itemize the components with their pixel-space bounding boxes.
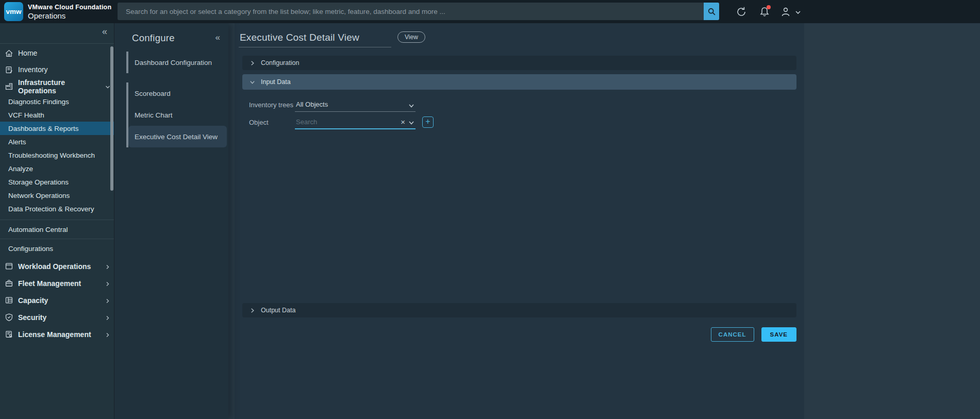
sidebar-item-inventory[interactable]: Inventory — [0, 61, 114, 78]
configure-group: Dashboard Configuration — [126, 52, 227, 73]
chevron-down-icon — [408, 102, 414, 108]
global-search — [118, 3, 719, 20]
sidebar-item-label: Data Protection & Recovery — [8, 205, 94, 213]
user-menu-chevron-down-icon[interactable] — [794, 9, 802, 16]
configure-group: Scoreboard Metric Chart Executive Cost D… — [126, 82, 227, 147]
inventory-trees-label: Inventory trees — [249, 101, 295, 109]
save-button[interactable]: SAVE — [761, 327, 796, 342]
sidebar-item-home[interactable]: Home — [0, 45, 114, 61]
sidebar-item-vcf-health[interactable]: VCF Health — [0, 108, 114, 122]
configure-item-metric-chart[interactable]: Metric Chart — [128, 104, 227, 126]
user-icon[interactable] — [780, 6, 791, 18]
sidebar-item-label: Alerts — [8, 138, 26, 146]
configure-item-label: Dashboard Configuration — [135, 59, 212, 66]
accordion-configuration[interactable]: Configuration — [242, 56, 796, 70]
sidebar-item-security[interactable]: Security — [0, 309, 114, 326]
sidebar-collapse-icon[interactable]: « — [102, 27, 107, 36]
dashboard-title-field[interactable]: Executive Cost Detail View — [239, 30, 391, 47]
sidebar-item-label: VCF Health — [8, 111, 44, 119]
sidebar-item-label: Diagnostic Findings — [8, 98, 69, 106]
sidebar-item-diagnostic-findings[interactable]: Diagnostic Findings — [0, 95, 114, 108]
clear-icon[interactable]: × — [401, 118, 405, 126]
sidebar-scrollbar[interactable] — [110, 46, 113, 191]
chevron-down-icon — [250, 79, 255, 85]
inventory-trees-value: All Objects — [295, 100, 328, 108]
sidebar-item-license-management[interactable]: License Management — [0, 326, 114, 343]
product-line1: VMware Cloud Foundation — [28, 4, 111, 11]
sidebar-item-label: Infrastructure Operations — [18, 78, 100, 95]
sidebar-item-label: License Management — [18, 330, 91, 339]
sidebar-item-analyze[interactable]: Analyze — [0, 162, 114, 175]
capacity-icon — [5, 296, 13, 305]
sidebar-item-configurations[interactable]: Configurations — [0, 239, 114, 258]
sidebar-item-automation-central[interactable]: Automation Central — [0, 220, 114, 239]
chevron-right-icon — [105, 331, 111, 338]
add-object-button[interactable]: + — [422, 116, 434, 128]
sidebar-item-label: Network Operations — [8, 192, 70, 199]
configure-item-label: Metric Chart — [135, 111, 173, 119]
sidebar-item-label: Analyze — [8, 165, 33, 173]
accordion-label: Output Data — [261, 307, 295, 314]
sidebar-item-label: Storage Operations — [8, 178, 69, 186]
title-row: Executive Cost Detail View View — [239, 30, 425, 52]
product-name: VMware Cloud Foundation Operations — [28, 4, 111, 20]
sidebar-item-label: Inventory — [18, 65, 48, 74]
configure-item-label: Scoreboard — [135, 90, 171, 97]
sidebar: « Home Inventory — [0, 23, 114, 419]
inventory-icon — [5, 65, 13, 74]
object-search-input[interactable] — [295, 118, 416, 126]
search-icon — [707, 7, 716, 16]
sidebar-item-workload-operations[interactable]: Workload Operations — [0, 258, 114, 275]
sidebar-item-label: Security — [18, 313, 46, 322]
sidebar-item-network-operations[interactable]: Network Operations — [0, 189, 114, 202]
license-icon — [5, 330, 13, 339]
view-button[interactable]: View — [397, 31, 425, 43]
accordion-input-data[interactable]: Input Data — [242, 74, 796, 90]
notification-dot — [767, 5, 771, 9]
configure-item-executive-cost-detail-view[interactable]: Executive Cost Detail View — [128, 126, 227, 147]
sidebar-item-label: Workload Operations — [18, 262, 91, 271]
home-icon — [5, 49, 13, 58]
object-row: Object × + — [249, 115, 434, 129]
sidebar-item-label: Fleet Management — [18, 279, 81, 288]
sidebar-item-alerts[interactable]: Alerts — [0, 135, 114, 148]
accordion-output-data[interactable]: Output Data — [242, 303, 796, 317]
product-line2: Operations — [28, 11, 111, 20]
configure-item-scoreboard[interactable]: Scoreboard — [128, 82, 227, 104]
configure-panel: Configure « Dashboard Configuration Scor… — [114, 23, 228, 419]
configure-panel-title: Configure — [132, 32, 175, 44]
sidebar-item-data-protection-recovery[interactable]: Data Protection & Recovery — [0, 202, 114, 215]
search-input[interactable] — [118, 3, 704, 20]
infrastructure-icon — [5, 82, 13, 91]
chevron-right-icon — [105, 280, 111, 287]
sidebar-item-label: Capacity — [18, 296, 48, 305]
sidebar-item-storage-operations[interactable]: Storage Operations — [0, 175, 114, 189]
sidebar-item-capacity[interactable]: Capacity — [0, 292, 114, 309]
chevron-right-icon — [105, 263, 111, 270]
sidebar-item-label: Configurations — [8, 245, 53, 253]
refresh-icon[interactable] — [736, 6, 747, 18]
chevron-right-icon — [105, 297, 111, 304]
sidebar-item-troubleshooting-workbench[interactable]: Troubleshooting Workbench — [0, 148, 114, 162]
inventory-trees-row: Inventory trees All Objects — [249, 97, 416, 112]
top-bar: vmw VMware Cloud Foundation Operations — [0, 0, 980, 23]
bell-icon[interactable] — [759, 6, 770, 18]
sidebar-item-infrastructure-operations[interactable]: Infrastructure Operations — [0, 78, 114, 95]
chevron-down-icon[interactable] — [408, 119, 414, 125]
main-content: Executive Cost Detail View View Configur… — [228, 23, 980, 419]
sidebar-item-fleet-management[interactable]: Fleet Management — [0, 275, 114, 292]
configure-collapse-icon[interactable]: « — [215, 32, 220, 43]
sidebar-item-label: Home — [18, 49, 37, 57]
dashboard-config-card: Executive Cost Detail View View Configur… — [235, 23, 804, 419]
object-combobox[interactable]: × — [295, 115, 416, 129]
sidebar-item-label: Dashboards & Reports — [8, 125, 79, 132]
footer-actions: CANCEL SAVE — [711, 327, 796, 342]
workload-icon — [5, 262, 13, 271]
configure-item-dashboard-configuration[interactable]: Dashboard Configuration — [128, 52, 227, 73]
inventory-trees-select[interactable]: All Objects — [295, 98, 416, 112]
accordion-label: Configuration — [261, 59, 299, 66]
chevron-right-icon — [105, 314, 111, 321]
cancel-button[interactable]: CANCEL — [711, 327, 754, 342]
sidebar-item-dashboards-reports[interactable]: Dashboards & Reports — [0, 122, 114, 135]
search-button[interactable] — [704, 3, 719, 20]
